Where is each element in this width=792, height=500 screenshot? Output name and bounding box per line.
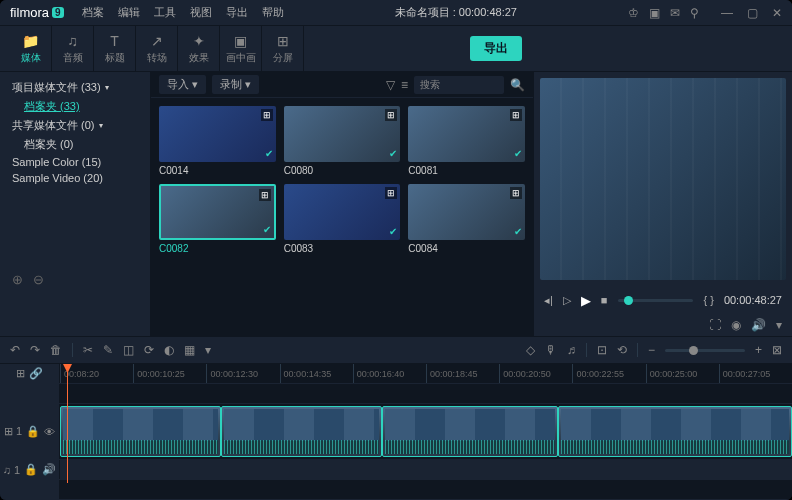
play-button[interactable]: ▶: [581, 293, 591, 308]
titlebar: filmora9 档案 编辑 工具 视图 导出 帮助 未命名项目 : 00:00…: [0, 0, 792, 26]
lock-icon[interactable]: 🔒: [24, 463, 38, 476]
menu-export[interactable]: 导出: [226, 5, 248, 20]
volume-icon[interactable]: 🔊: [751, 318, 766, 332]
player-timecode: 00:00:48:27: [724, 294, 782, 306]
mute-icon[interactable]: 🔊: [42, 463, 56, 476]
progress-slider[interactable]: [618, 299, 694, 302]
crop-button[interactable]: ◫: [123, 343, 134, 357]
transition-icon: ↗: [151, 33, 163, 49]
track-manager-button[interactable]: ⊞ 🔗: [0, 364, 60, 383]
sort-icon[interactable]: ≡: [401, 78, 408, 92]
search-icon[interactable]: 🔍: [510, 78, 525, 92]
export-button[interactable]: 导出: [470, 36, 522, 61]
audio-track-head[interactable]: ♫ 1 🔒 🔊: [0, 460, 60, 479]
delete-folder-icon[interactable]: ⊖: [33, 272, 44, 287]
zoom-slider[interactable]: [665, 349, 745, 352]
record-dropdown[interactable]: 录制 ▾: [212, 75, 259, 94]
tool-tabs: 📁媒体 ♫音频 T标题 ↗转场 ✦效果 ▣画中画 ⊞分屏 导出: [0, 26, 792, 72]
clip-badge-icon: ⊞: [510, 187, 522, 199]
tab-audio[interactable]: ♫音频: [52, 26, 94, 71]
settings-icon[interactable]: ▾: [776, 318, 782, 332]
check-icon: ✔: [389, 226, 397, 237]
tree-project-media[interactable]: 项目媒体文件 (33)▾: [6, 78, 144, 97]
tab-transitions[interactable]: ↗转场: [136, 26, 178, 71]
close-button[interactable]: ✕: [772, 6, 782, 20]
clip-item[interactable]: ⊞✔C0083: [284, 184, 401, 254]
marker-button[interactable]: ◇: [526, 343, 535, 357]
cut-button[interactable]: ✂: [83, 343, 93, 357]
timeline-clip[interactable]: [60, 406, 221, 457]
fullscreen-icon[interactable]: ⛶: [709, 318, 721, 332]
timeline-ruler[interactable]: 00:08:20 00:00:10:25 00:00:12:30 00:00:1…: [60, 364, 792, 383]
zoom-to-fit-button[interactable]: ⊠: [772, 343, 782, 357]
menu-edit[interactable]: 编辑: [118, 5, 140, 20]
step-back-button[interactable]: ▷: [563, 294, 571, 307]
menu-tools[interactable]: 工具: [154, 5, 176, 20]
new-folder-icon[interactable]: ⊕: [12, 272, 23, 287]
redo-button[interactable]: ↷: [30, 343, 40, 357]
zoom-out-button[interactable]: −: [648, 343, 655, 357]
tab-split[interactable]: ⊞分屏: [262, 26, 304, 71]
timeline-clip[interactable]: [558, 406, 792, 457]
mic-record-button[interactable]: 🎙: [545, 343, 557, 357]
chevron-down-icon[interactable]: ▾: [205, 343, 211, 357]
prev-frame-button[interactable]: ◂|: [544, 294, 553, 307]
clip-badge-icon: ⊞: [510, 109, 522, 121]
stop-button[interactable]: ■: [601, 294, 608, 306]
minimize-button[interactable]: —: [721, 6, 733, 20]
user-icon[interactable]: ♔: [628, 6, 639, 20]
timeline-clip[interactable]: [221, 406, 382, 457]
speed-button[interactable]: ⟳: [144, 343, 154, 357]
check-icon: ✔: [514, 226, 522, 237]
maximize-button[interactable]: ▢: [747, 6, 758, 20]
menu-view[interactable]: 视图: [190, 5, 212, 20]
green-screen-button[interactable]: ▦: [184, 343, 195, 357]
tree-shared-media[interactable]: 共享媒体文件 (0)▾: [6, 116, 144, 135]
tab-titles[interactable]: T标题: [94, 26, 136, 71]
clip-item-selected[interactable]: ⊞✔C0082: [159, 184, 276, 254]
clip-item[interactable]: ⊞✔C0014: [159, 106, 276, 176]
search-input[interactable]: 搜索: [414, 76, 504, 94]
edit-button[interactable]: ✎: [103, 343, 113, 357]
tree-folder-empty[interactable]: 档案夹 (0): [6, 135, 144, 154]
timeline-clip[interactable]: [382, 406, 558, 457]
undo-button[interactable]: ↶: [10, 343, 20, 357]
menu-help[interactable]: 帮助: [262, 5, 284, 20]
render-button[interactable]: ⟲: [617, 343, 627, 357]
tab-pip[interactable]: ▣画中画: [220, 26, 262, 71]
mic-icon[interactable]: ⚲: [690, 6, 699, 20]
tab-effects[interactable]: ✦效果: [178, 26, 220, 71]
import-dropdown[interactable]: 导入 ▾: [159, 75, 206, 94]
snapshot-icon[interactable]: ◉: [731, 318, 741, 332]
video-track[interactable]: ⊞ 1 🔒 👁: [0, 404, 792, 460]
clip-item[interactable]: ⊞✔C0084: [408, 184, 525, 254]
markers-button[interactable]: { }: [703, 294, 713, 306]
playhead[interactable]: [67, 364, 68, 483]
tree-sample-video[interactable]: Sample Video (20): [6, 170, 144, 186]
clip-badge-icon: ⊞: [261, 109, 273, 121]
tree-sample-color[interactable]: Sample Color (15): [6, 154, 144, 170]
mail-icon[interactable]: ✉: [670, 6, 680, 20]
visibility-icon[interactable]: 👁: [44, 426, 55, 438]
video-track-head[interactable]: ⊞ 1 🔒 👁: [0, 404, 60, 459]
color-button[interactable]: ◐: [164, 343, 174, 357]
preview-screen[interactable]: [540, 78, 786, 280]
lock-icon[interactable]: 🔒: [26, 425, 40, 438]
timeline: ⊞ 🔗 00:08:20 00:00:10:25 00:00:12:30 00:…: [0, 364, 792, 500]
filter-icon[interactable]: ▽: [386, 78, 395, 92]
media-sidebar: 项目媒体文件 (33)▾ 档案夹 (33) 共享媒体文件 (0)▾ 档案夹 (0…: [0, 72, 150, 336]
delete-button[interactable]: 🗑: [50, 343, 62, 357]
zoom-fit-button[interactable]: ⊡: [597, 343, 607, 357]
audio-mixer-button[interactable]: ♬: [567, 343, 576, 357]
clip-item[interactable]: ⊞✔C0081: [408, 106, 525, 176]
sparkle-icon: ✦: [193, 33, 205, 49]
tree-folder-selected[interactable]: 档案夹 (33): [6, 97, 144, 116]
pip-icon: ▣: [234, 33, 247, 49]
audio-track[interactable]: ♫ 1 🔒 🔊: [0, 460, 792, 480]
clip-item[interactable]: ⊞✔C0080: [284, 106, 401, 176]
notification-icon[interactable]: ▣: [649, 6, 660, 20]
tab-media[interactable]: 📁媒体: [10, 26, 52, 71]
zoom-in-button[interactable]: +: [755, 343, 762, 357]
menu-file[interactable]: 档案: [82, 5, 104, 20]
timeline-toolbar: ↶ ↷ 🗑 ✂ ✎ ◫ ⟳ ◐ ▦ ▾ ◇ 🎙 ♬ ⊡ ⟲ − + ⊠: [0, 336, 792, 364]
